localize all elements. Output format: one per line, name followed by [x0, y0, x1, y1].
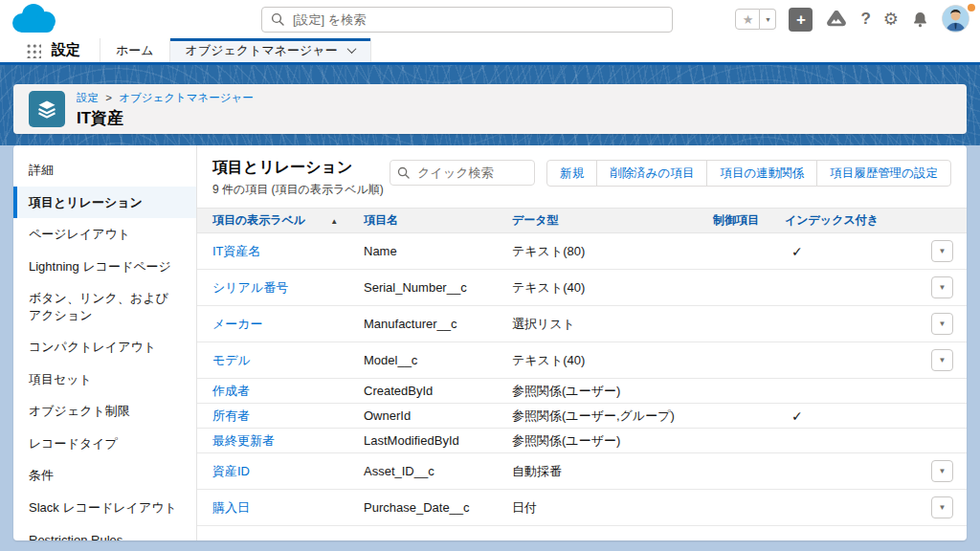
sidebar-item[interactable]: Lightning レコードページ	[13, 251, 196, 283]
field-label-cell: 最終更新者	[212, 432, 364, 450]
sidebar-item[interactable]: ページレイアウト	[13, 218, 196, 251]
page-title: IT資産	[77, 107, 254, 129]
object-layers-icon	[29, 91, 65, 127]
sidebar-item[interactable]: 項目セット	[13, 364, 196, 396]
table-row: 資産IDAsset_ID__c自動採番▼	[197, 453, 967, 490]
table-header-row: 項目の表示ラベル▲項目名データ型制御項目インデックス付き	[197, 208, 967, 233]
sidebar-item[interactable]: 項目とリレーション	[13, 187, 196, 219]
field-label-link[interactable]: 作成者	[212, 384, 250, 398]
column-header[interactable]: 制御項目	[713, 212, 785, 229]
field-label-link[interactable]: メーカー	[212, 317, 263, 331]
field-label-cell: モデル	[212, 352, 364, 369]
field-data-type: 選択リスト	[512, 316, 713, 333]
chevron-down-icon: ▼	[939, 503, 947, 512]
action-button[interactable]: 項目履歴管理の設定	[816, 160, 951, 187]
tab-label: オブジェクトマネージャー	[186, 42, 338, 59]
search-icon	[271, 12, 284, 30]
global-search-input[interactable]	[261, 7, 673, 33]
tab-ホーム[interactable]: ホーム	[100, 38, 169, 62]
quick-find-search-icon	[397, 165, 410, 183]
field-label-link[interactable]: 購入日	[212, 500, 250, 515]
field-label-cell: シリアル番号	[212, 279, 364, 297]
sidebar-item[interactable]: レコードタイプ	[13, 428, 196, 460]
row-menu-button[interactable]: ▼	[931, 276, 953, 298]
chevron-down-icon	[346, 44, 356, 54]
row-menu-button[interactable]: ▼	[931, 460, 953, 482]
setup-gear-icon[interactable]: ⚙	[883, 9, 899, 30]
column-header[interactable]: 項目名	[364, 212, 512, 229]
chevron-down-icon: ▼	[939, 467, 947, 475]
row-menu-button[interactable]: ▼	[931, 496, 953, 518]
sidebar-item[interactable]: Restriction Rules	[13, 524, 196, 540]
global-header: ★ ▼ + ? ⚙	[0, 0, 980, 38]
field-label-link[interactable]: 所有者	[212, 408, 250, 423]
fields-table-body: IT資産名Nameテキスト(80)✓▼シリアル番号Serial_Number__…	[197, 233, 967, 540]
user-avatar-wrap	[942, 5, 970, 33]
action-button[interactable]: 新規	[546, 160, 597, 187]
field-api-name: Purchase_Date__c	[364, 500, 512, 515]
row-actions-cell: ▼	[915, 276, 953, 298]
field-api-name: OwnerId	[364, 408, 512, 423]
table-row: 所有者OwnerId参照関係(ユーザー,グループ)✓	[197, 404, 967, 429]
row-menu-button[interactable]: ▼	[931, 240, 953, 262]
field-label-link[interactable]: モデル	[212, 353, 251, 367]
field-data-type: テキスト(40)	[512, 352, 713, 369]
column-header[interactable]: インデックス付き	[785, 212, 915, 229]
field-api-name: CreatedById	[364, 384, 512, 398]
field-api-name: Manufacturer__c	[364, 317, 512, 331]
presence-dot	[968, 4, 975, 11]
tab-オブジェクトマネージャー[interactable]: オブジェクトマネージャー	[169, 38, 371, 62]
breadcrumb-object-manager-link[interactable]: オブジェクトマネージャー	[119, 92, 254, 103]
field-data-type: テキスト(80)	[512, 243, 713, 260]
favorites-dropdown-icon[interactable]: ▼	[760, 9, 776, 30]
field-data-type: 参照関係(ユーザー,グループ)	[512, 408, 713, 425]
field-label-cell: メーカー	[212, 316, 364, 333]
favorites-control: ★ ▼	[735, 9, 776, 30]
action-button[interactable]: 項目の連動関係	[706, 160, 817, 187]
row-menu-button[interactable]: ▼	[931, 349, 953, 371]
sidebar-item[interactable]: コンパクトレイアウト	[13, 331, 196, 364]
indexed-check-icon: ✓	[785, 244, 915, 259]
help-icon[interactable]: ?	[860, 10, 870, 29]
quick-find-input[interactable]	[390, 160, 535, 186]
field-label-link[interactable]: 最終更新者	[212, 433, 275, 448]
sidebar-item[interactable]: 条件	[13, 459, 196, 492]
page-header-card: 設定 > オブジェクトマネージャー IT資産	[13, 84, 967, 134]
column-header[interactable]: データ型	[512, 212, 713, 229]
breadcrumb-setup-link[interactable]: 設定	[77, 92, 99, 103]
field-label-cell: 資産ID	[212, 463, 364, 480]
field-label-link[interactable]: IT資産名	[212, 244, 261, 258]
table-row: 作成者CreatedById参照関係(ユーザー)	[197, 379, 967, 404]
column-header[interactable]: 項目の表示ラベル▲	[212, 212, 364, 229]
app-launcher-icon[interactable]	[25, 42, 41, 58]
sidebar-item[interactable]: オブジェクト制限	[13, 395, 196, 428]
field-label-link[interactable]: 資産ID	[212, 464, 250, 478]
action-button-group: 新規削除済みの項目項目の連動関係項目履歴管理の設定	[546, 160, 951, 187]
favorites-star-icon[interactable]: ★	[735, 9, 760, 30]
field-api-name: Asset_ID__c	[364, 464, 512, 478]
action-button[interactable]: 削除済みの項目	[596, 160, 707, 187]
row-menu-button[interactable]: ▼	[931, 313, 953, 335]
chevron-down-icon: ▼	[939, 283, 947, 292]
setup-tab-bar: 設定 ホームオブジェクトマネージャー	[0, 38, 980, 65]
quick-create-icon[interactable]: +	[789, 8, 813, 32]
breadcrumb: 設定 > オブジェクトマネージャー	[77, 91, 254, 105]
field-api-name: LastModifiedById	[364, 433, 512, 448]
table-row: IT資産名Nameテキスト(80)✓▼	[197, 233, 967, 270]
table-row: 最終更新者LastModifiedById参照関係(ユーザー)	[197, 429, 967, 453]
field-data-type: 自動採番	[512, 463, 713, 480]
sidebar-item[interactable]: 詳細	[13, 154, 196, 187]
notifications-bell-icon[interactable]	[911, 11, 929, 29]
list-header: 項目とリレーション 9 件の項目 (項目の表示ラベル順) 新規削除済みの項目項目…	[197, 145, 967, 208]
row-actions-cell: ▼	[915, 460, 953, 482]
sidebar-item[interactable]: ボタン、リンク、およびアクション	[13, 282, 196, 331]
chevron-down-icon: ▼	[939, 356, 947, 364]
guidance-center-icon[interactable]	[825, 8, 848, 31]
table-row: シリアル番号Serial_Number__cテキスト(40)▼	[197, 270, 967, 306]
table-row: モデルModel__cテキスト(40)▼	[197, 342, 967, 379]
user-avatar[interactable]	[942, 5, 969, 33]
field-label-link[interactable]: シリアル番号	[212, 280, 288, 295]
nav-tabs: ホームオブジェクトマネージャー	[100, 38, 371, 62]
sidebar-item[interactable]: Slack レコードレイアウト	[13, 492, 196, 524]
row-actions-cell: ▼	[915, 349, 953, 371]
